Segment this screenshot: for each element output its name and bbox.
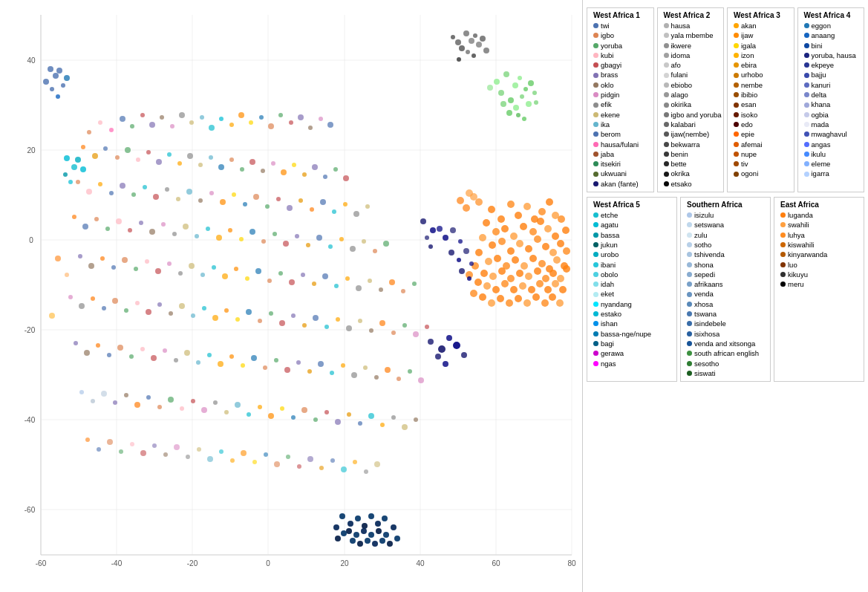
svg-point-258 (195, 234, 199, 238)
svg-point-92 (516, 240, 523, 247)
legend-label: ukwuani (601, 169, 627, 178)
svg-point-211 (261, 169, 265, 173)
svg-point-399 (380, 423, 385, 427)
svg-point-52 (512, 82, 518, 88)
svg-point-210 (249, 159, 255, 165)
legend-label: nembe (741, 80, 763, 90)
legend-label: bagi (601, 339, 614, 348)
legend-label: bassa-nge/nupe (601, 329, 651, 339)
legend-label: jaba (601, 149, 614, 159)
svg-text:80: 80 (567, 559, 576, 567)
svg-point-43 (466, 50, 470, 54)
svg-point-453 (458, 239, 463, 244)
svg-point-225 (131, 192, 136, 197)
svg-text:-20: -20 (187, 559, 198, 567)
color-dot (687, 361, 692, 366)
svg-point-132 (552, 280, 559, 287)
legend-label: mada (812, 120, 829, 129)
svg-point-58 (513, 105, 519, 111)
svg-point-169 (87, 130, 91, 134)
legend-label: kanuri (812, 80, 831, 90)
svg-point-108 (553, 256, 561, 264)
list-item: ogoni (734, 169, 788, 178)
svg-point-418 (252, 460, 257, 464)
list-item: ijaw (734, 30, 788, 40)
legend-label: oklo (601, 80, 613, 90)
svg-point-313 (135, 301, 140, 305)
legend-label: igbo and yoruba (671, 110, 722, 120)
color-dot (804, 131, 809, 137)
svg-point-195 (92, 153, 98, 159)
color-dot (734, 92, 739, 97)
svg-point-186 (259, 115, 264, 120)
svg-point-190 (298, 114, 304, 120)
color-dot (804, 103, 809, 108)
svg-point-71 (515, 212, 522, 219)
svg-point-156 (376, 528, 382, 534)
svg-point-146 (347, 521, 353, 527)
svg-point-143 (549, 293, 556, 301)
legend-label: tshivenda (694, 250, 725, 259)
svg-point-359 (284, 367, 290, 373)
color-dot (664, 172, 669, 177)
color-dot (593, 82, 598, 88)
list-item: pidgin (593, 90, 647, 100)
svg-point-77 (483, 219, 490, 227)
legend-label: ika (601, 120, 610, 129)
svg-point-285 (178, 271, 183, 276)
svg-point-49 (483, 48, 489, 53)
list-item: esan (734, 100, 788, 109)
svg-point-45 (451, 35, 455, 39)
svg-point-232 (209, 191, 214, 195)
svg-point-63 (516, 113, 521, 117)
svg-point-352 (207, 353, 212, 357)
list-item: setswana (687, 220, 764, 230)
svg-point-189 (289, 120, 293, 125)
legend-box-southern: Southern Africa isizulu setswana zulu so… (680, 197, 771, 382)
list-item: ishan (593, 319, 670, 328)
svg-point-384 (213, 400, 218, 405)
color-dot (804, 73, 809, 78)
svg-point-360 (296, 360, 301, 365)
svg-point-271 (339, 237, 344, 241)
color-dot (593, 262, 598, 267)
svg-point-378 (146, 395, 151, 400)
svg-point-329 (313, 315, 319, 321)
legend-label: angas (812, 140, 831, 149)
svg-point-330 (324, 325, 329, 329)
list-item: sepedi (687, 270, 764, 279)
svg-point-223 (109, 191, 114, 195)
svg-point-334 (369, 328, 373, 333)
list-item: ekene (593, 110, 647, 120)
color-dot (687, 272, 692, 277)
legend-title-southern: Southern Africa (687, 201, 764, 209)
list-item: mada (804, 120, 858, 129)
color-dot (687, 351, 692, 356)
svg-point-74 (538, 208, 546, 215)
svg-point-172 (120, 116, 125, 122)
svg-point-301 (356, 285, 362, 291)
svg-point-129 (528, 286, 535, 293)
svg-point-401 (402, 424, 408, 430)
svg-point-51 (503, 71, 509, 77)
svg-point-41 (459, 45, 465, 51)
svg-point-201 (156, 159, 162, 165)
color-dot (804, 92, 809, 97)
svg-point-141 (532, 293, 540, 301)
svg-point-44 (476, 42, 482, 48)
color-dot (734, 172, 739, 177)
color-dot (593, 292, 598, 297)
svg-text:0: 0 (29, 236, 33, 244)
svg-point-231 (198, 198, 203, 203)
legend-label: ikulu (812, 149, 826, 159)
svg-point-358 (274, 358, 278, 362)
legend-label: etche (601, 210, 618, 220)
svg-point-406 (119, 449, 123, 454)
svg-point-362 (318, 361, 324, 367)
color-dot (780, 262, 786, 267)
svg-point-60 (528, 80, 534, 86)
svg-point-309 (91, 296, 95, 301)
svg-point-338 (413, 331, 419, 337)
list-item: fulani (664, 70, 718, 79)
svg-point-371 (418, 377, 424, 383)
